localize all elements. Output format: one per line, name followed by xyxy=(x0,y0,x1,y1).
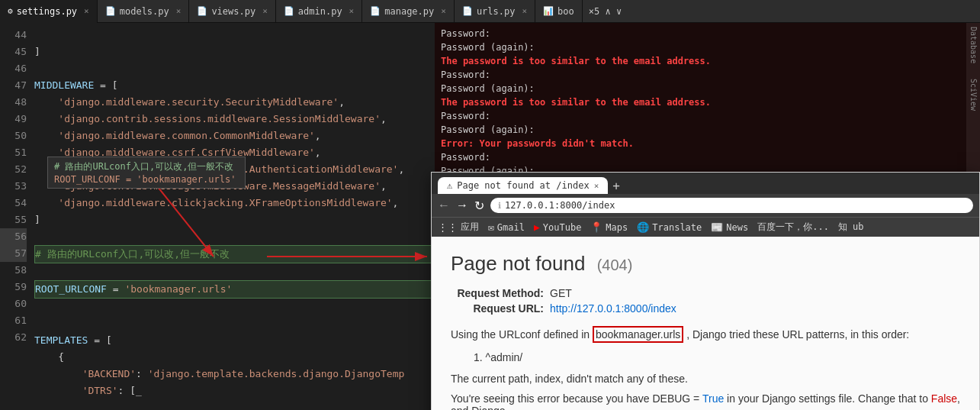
request-url-label: Request URL: xyxy=(451,302,550,315)
browser-tab-favicon: ⚠ xyxy=(447,180,452,191)
forward-button[interactable]: → xyxy=(456,199,468,212)
term-line-10: Password: xyxy=(441,150,960,164)
back-button[interactable]: ← xyxy=(438,199,450,212)
bookmark-news-label: News xyxy=(726,222,748,233)
page-description: Using the URLconf defined in bookmanager… xyxy=(451,326,960,366)
views-py-icon: 📄 xyxy=(197,6,207,16)
browser-overlay: ⚠ Page not found at /index × + ← → ↻ ℹ 1… xyxy=(431,172,980,410)
tab-manage-py-label: manage.py xyxy=(384,6,434,17)
tab-models-py[interactable]: 📄 models.py × xyxy=(98,0,190,23)
tab-models-py-close[interactable]: × xyxy=(176,6,182,16)
new-tab-button[interactable]: + xyxy=(612,179,620,193)
browser-active-tab[interactable]: ⚠ Page not found at /index × xyxy=(438,177,608,194)
tab-boo-label: boo xyxy=(557,6,574,17)
line-numbers: 44 45 46 47 48 49 50 51 52 53 54 55 56 5… xyxy=(0,23,34,410)
bookmark-maps[interactable]: 📍 Maps xyxy=(590,221,628,233)
debug-note: You're seeing this error because you hav… xyxy=(451,392,960,410)
request-url-link[interactable]: http://127.0.0.1:8000/index xyxy=(550,302,676,315)
tab-urls-py-close[interactable]: × xyxy=(522,6,527,16)
page-title-text: Page not found xyxy=(451,252,585,275)
bookmark-translate-label: Translate xyxy=(652,222,702,233)
bookmark-youtube[interactable]: ▶ YouTube xyxy=(534,221,581,233)
term-line-9: Error: Your passwords didn't match. xyxy=(441,137,960,150)
tab-urls-py[interactable]: 📄 urls.py × xyxy=(455,0,535,23)
debug-false: False xyxy=(931,392,957,405)
browser-tabs-bar: ⚠ Page not found at /index × + xyxy=(432,173,979,194)
request-method-label: Request Method: xyxy=(451,287,550,299)
term-line-8: Password (again): xyxy=(441,123,960,137)
youtube-icon: ▶ xyxy=(534,221,540,233)
current-path-note: The current path, index, didn't match an… xyxy=(451,373,960,385)
term-line-5: Password (again): xyxy=(441,82,960,95)
annotation-comment: # 路由的URLconf入口,可以改,但一般不改 xyxy=(54,160,239,173)
tab-views-py-close[interactable]: × xyxy=(262,6,268,16)
bookmark-news[interactable]: 📰 News xyxy=(711,221,748,233)
urlconf-value: bookmanager.urls xyxy=(593,326,683,343)
urlpattern-1: ^admin/ xyxy=(486,351,523,363)
bookmark-gmail-label: Gmail xyxy=(497,222,525,233)
browser-page-content: Page not found (404) Request Method: GET… xyxy=(432,237,979,410)
translate-icon: 🌐 xyxy=(637,221,649,233)
urlpatterns-list: 1. ^admin/ xyxy=(474,349,960,366)
browser-toolbar: ← → ↻ ℹ 127.0.0.1:8000/index xyxy=(432,194,979,217)
gutter-indicator: ×5 ∧ ∨ xyxy=(589,6,622,17)
tab-admin-py[interactable]: 📄 admin.py × xyxy=(276,0,362,23)
term-line-2: Password (again): xyxy=(441,40,960,54)
news-icon: 📰 xyxy=(711,221,723,233)
annotation-box: # 路由的URLconf入口,可以改,但一般不改 ROOT_URLCONF = … xyxy=(47,157,246,189)
tab-views-py-label: views.py xyxy=(211,6,255,17)
address-bar[interactable]: ℹ 127.0.0.1:8000/index xyxy=(490,198,973,213)
tab-manage-py-close[interactable]: × xyxy=(441,6,446,16)
address-text: 127.0.0.1:8000/index xyxy=(505,200,615,211)
page-title: Page not found (404) xyxy=(451,252,960,276)
bookmark-baidu[interactable]: 百度一下，你... xyxy=(757,221,829,234)
browser-bookmarks-bar: ⋮⋮ 应用 ✉ Gmail ▶ YouTube 📍 Maps 🌐 Tra xyxy=(432,217,979,237)
tab-urls-py-label: urls.py xyxy=(477,6,516,17)
request-url-value: http://127.0.0.1:8000/index xyxy=(550,302,676,315)
request-url-row: Request URL: http://127.0.0.1:8000/index xyxy=(451,302,960,315)
term-line-3: The password is too similar to the email… xyxy=(441,54,960,68)
term-line-1: Password: xyxy=(441,27,960,40)
request-method-value: GET xyxy=(550,287,572,299)
settings-py-icon: ⚙ xyxy=(8,6,13,16)
lock-icon: ℹ xyxy=(498,201,501,211)
browser-tab-title: Page not found at /index xyxy=(457,180,589,191)
bookmark-maps-label: Maps xyxy=(606,222,628,233)
urlconf-description: Using the URLconf defined in xyxy=(451,328,590,341)
apps-icon: ⋮⋮ xyxy=(438,221,458,233)
bookmark-apps[interactable]: ⋮⋮ 应用 xyxy=(438,221,479,234)
maps-icon: 📍 xyxy=(590,221,602,233)
tab-settings-py-label: settings.py xyxy=(17,6,77,17)
term-line-6: The password is too similar to the email… xyxy=(441,95,960,109)
tab-settings-py[interactable]: ⚙ settings.py × xyxy=(0,0,98,23)
bookmark-zhi-label: 知 ub xyxy=(838,221,864,234)
tab-models-py-label: models.py xyxy=(120,6,169,17)
status-code: (404) xyxy=(597,257,633,273)
tab-admin-py-close[interactable]: × xyxy=(349,6,355,16)
bookmark-baidu-label: 百度一下，你... xyxy=(757,221,829,234)
bookmark-youtube-label: YouTube xyxy=(543,222,582,233)
tab-overflow-indicator: ×5 ∧ ∨ xyxy=(583,6,628,17)
refresh-button[interactable]: ↻ xyxy=(474,199,484,213)
code-editor: 44 45 46 47 48 49 50 51 52 53 54 55 56 5… xyxy=(0,23,435,410)
term-line-4: Password: xyxy=(441,68,960,82)
boo-icon: 📊 xyxy=(543,6,554,16)
urls-py-icon: 📄 xyxy=(462,6,473,16)
bookmark-gmail[interactable]: ✉ Gmail xyxy=(488,221,525,233)
admin-py-icon: 📄 xyxy=(284,6,294,16)
tab-manage-py[interactable]: 📄 manage.py × xyxy=(362,0,455,23)
sidebar-label-sciview: SciView xyxy=(969,79,978,111)
browser-tab-close[interactable]: × xyxy=(594,181,599,191)
tab-boo[interactable]: 📊 boo xyxy=(535,0,583,23)
bookmark-apps-label: 应用 xyxy=(461,221,479,234)
request-method-row: Request Method: GET xyxy=(451,287,960,299)
code-text: ] MIDDLEWARE = [ 'django.middleware.secu… xyxy=(34,23,435,410)
manage-py-icon: 📄 xyxy=(370,6,381,16)
bookmark-zhi[interactable]: 知 ub xyxy=(838,221,864,234)
bookmark-translate[interactable]: 🌐 Translate xyxy=(637,221,702,233)
main-area: 44 45 46 47 48 49 50 51 52 53 54 55 56 5… xyxy=(0,23,980,410)
term-line-7: Password: xyxy=(441,109,960,123)
annotation-code: ROOT_URLCONF = 'bookmanager.urls' xyxy=(54,174,239,185)
tab-settings-py-close[interactable]: × xyxy=(84,6,89,16)
tab-views-py[interactable]: 📄 views.py × xyxy=(189,0,275,23)
